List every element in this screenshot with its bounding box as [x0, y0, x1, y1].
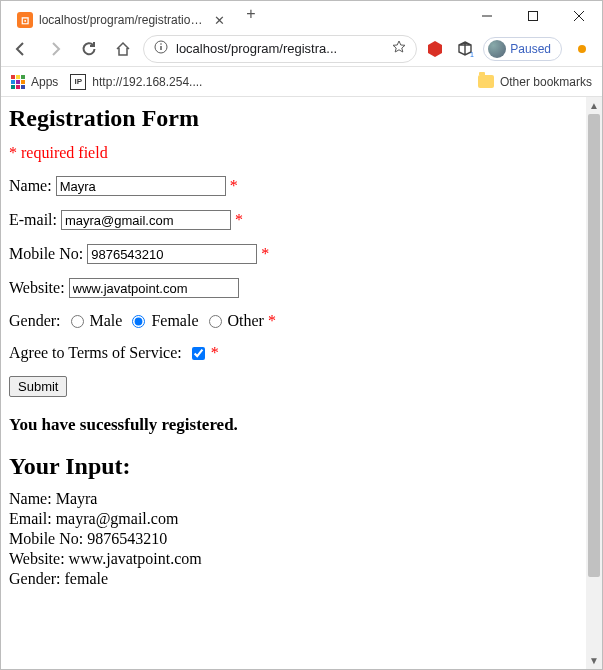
url-text: localhost/program/registra... — [176, 41, 384, 56]
star-icon[interactable] — [392, 40, 406, 57]
email-row: E-mail: * — [9, 210, 578, 230]
submit-row: Submit — [9, 376, 578, 397]
output-mobile: Mobile No: 9876543210 — [9, 530, 578, 548]
svg-text:1: 1 — [470, 51, 474, 58]
apps-button[interactable]: Apps — [11, 75, 58, 89]
agree-checkbox[interactable] — [192, 347, 205, 360]
submit-button[interactable]: Submit — [9, 376, 67, 397]
page-content: Registration Form * required field Name:… — [1, 97, 586, 669]
gender-male-label: Male — [90, 312, 123, 330]
forward-button[interactable] — [41, 35, 69, 63]
menu-button[interactable] — [568, 35, 596, 63]
gender-row: Gender: Male Female Other * — [9, 312, 578, 330]
browser-window: ⊡ localhost/program/registration.p ✕ + l… — [0, 0, 603, 670]
tab-title: localhost/program/registration.p — [39, 13, 206, 27]
vertical-scrollbar[interactable]: ▲ ▼ — [586, 97, 602, 669]
scroll-down-icon[interactable]: ▼ — [586, 652, 602, 669]
xampp-icon: ⊡ — [17, 12, 33, 28]
svg-rect-1 — [529, 12, 538, 21]
email-label: E-mail: — [9, 211, 57, 229]
gender-female-label: Female — [151, 312, 198, 330]
back-button[interactable] — [7, 35, 35, 63]
website-label: Website: — [9, 279, 65, 297]
avatar-icon — [488, 40, 506, 58]
mobile-label: Mobile No: — [9, 245, 83, 263]
scroll-thumb[interactable] — [588, 114, 600, 577]
gender-label: Gender: — [9, 312, 61, 330]
output-name: Name: Mayra — [9, 490, 578, 508]
close-window-button[interactable] — [556, 1, 602, 31]
output-website: Website: www.javatpoint.com — [9, 550, 578, 568]
required-asterisk: * — [235, 211, 243, 229]
svg-point-6 — [160, 43, 162, 45]
your-input-heading: Your Input: — [9, 453, 578, 480]
close-tab-icon[interactable]: ✕ — [212, 13, 227, 28]
other-bookmarks[interactable]: Other bookmarks — [478, 75, 592, 89]
svg-marker-7 — [428, 41, 442, 57]
website-row: Website: — [9, 278, 578, 298]
gender-male-radio[interactable] — [71, 315, 84, 328]
gender-other-radio[interactable] — [209, 315, 222, 328]
apps-label: Apps — [31, 75, 58, 89]
new-tab-button[interactable]: + — [237, 5, 265, 23]
name-input[interactable] — [56, 176, 226, 196]
extension-abp-icon[interactable] — [423, 37, 447, 61]
home-button[interactable] — [109, 35, 137, 63]
profile-paused-chip[interactable]: Paused — [483, 37, 562, 61]
required-asterisk: * — [261, 245, 269, 263]
name-label: Name: — [9, 177, 52, 195]
bookmark-ip[interactable]: IP http://192.168.254.... — [70, 74, 202, 90]
info-icon[interactable] — [154, 40, 168, 57]
scroll-up-icon[interactable]: ▲ — [586, 97, 602, 114]
output-gender: Gender: female — [9, 570, 578, 588]
address-bar[interactable]: localhost/program/registra... — [143, 35, 417, 63]
required-asterisk: * — [268, 312, 276, 330]
extension-cube-icon[interactable]: 1 — [453, 37, 477, 61]
minimize-button[interactable] — [464, 1, 510, 31]
maximize-button[interactable] — [510, 1, 556, 31]
agree-label: Agree to Terms of Service: — [9, 344, 182, 362]
apps-icon — [11, 75, 25, 89]
output-email: Email: mayra@gmail.com — [9, 510, 578, 528]
success-message: You have sucessfully registered. — [9, 415, 578, 435]
toolbar: localhost/program/registra... 1 Paused — [1, 31, 602, 67]
email-input[interactable] — [61, 210, 231, 230]
required-note: * required field — [9, 144, 578, 162]
titlebar: ⊡ localhost/program/registration.p ✕ + — [1, 1, 602, 31]
other-bookmarks-label: Other bookmarks — [500, 75, 592, 89]
scroll-track[interactable] — [586, 114, 602, 652]
agree-row: Agree to Terms of Service: * — [9, 344, 578, 362]
ip-icon: IP — [70, 74, 86, 90]
mobile-input[interactable] — [87, 244, 257, 264]
paused-label: Paused — [510, 42, 551, 56]
form-heading: Registration Form — [9, 105, 578, 132]
folder-icon — [478, 75, 494, 88]
required-asterisk: * — [211, 344, 219, 362]
bookmark-ip-label: http://192.168.254.... — [92, 75, 202, 89]
website-input[interactable] — [69, 278, 239, 298]
gender-other-label: Other — [228, 312, 264, 330]
name-row: Name: * — [9, 176, 578, 196]
mobile-row: Mobile No: * — [9, 244, 578, 264]
required-asterisk: * — [230, 177, 238, 195]
bookmarks-bar: Apps IP http://192.168.254.... Other boo… — [1, 67, 602, 97]
gender-female-radio[interactable] — [132, 315, 145, 328]
reload-button[interactable] — [75, 35, 103, 63]
output-block: Name: Mayra Email: mayra@gmail.com Mobil… — [9, 490, 578, 588]
